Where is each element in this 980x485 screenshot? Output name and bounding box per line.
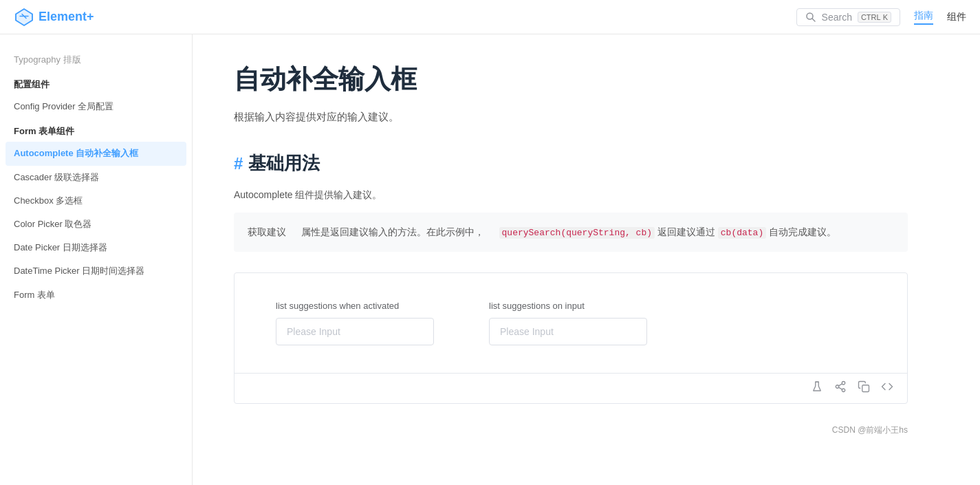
demo-box: list suggestions when activated list sug… xyxy=(234,272,908,404)
nav-guide-link[interactable]: 指南 xyxy=(914,10,933,25)
layout: Typography 排版 配置组件 Config Provider 全局配置 … xyxy=(0,34,980,485)
sidebar-item-autocomplete[interactable]: Autocomplete 自动补全输入框 xyxy=(6,142,186,165)
svg-line-7 xyxy=(838,384,842,386)
description-block: 获取建议 属性是返回建议输入的方法。在此示例中， querySearch(que… xyxy=(234,213,908,252)
logo[interactable]: Element+ xyxy=(14,7,94,28)
sidebar-item-typography[interactable]: Typography 排版 xyxy=(0,48,192,72)
svg-rect-8 xyxy=(862,385,869,392)
flask-icon[interactable] xyxy=(811,380,823,396)
page-desc: 根据输入内容提供对应的输入建议。 xyxy=(234,111,908,124)
page-title: 自动补全输入框 xyxy=(234,62,908,97)
main-content: 自动补全输入框 根据输入内容提供对应的输入建议。 # 基础用法 Autocomp… xyxy=(193,34,949,485)
sidebar-item-config-provider[interactable]: Config Provider 全局配置 xyxy=(0,95,192,118)
footer-note: CSDN @前端小王hs xyxy=(234,418,908,436)
sidebar-section-form: Form 表单组件 xyxy=(0,118,192,142)
sidebar-item-datetime-picker[interactable]: DateTime Picker 日期时间选择器 xyxy=(0,259,192,283)
logo-text: Element+ xyxy=(39,10,94,24)
sidebar-item-cascader[interactable]: Cascader 级联选择器 xyxy=(0,166,192,189)
demo-item-1: list suggestions when activated xyxy=(276,301,434,345)
demo-content: list suggestions when activated list sug… xyxy=(235,273,907,373)
section-basic-heading: # 基础用法 xyxy=(234,151,908,175)
search-icon xyxy=(805,12,816,23)
section-basic-desc1: Autocomplete 组件提供输入建议。 xyxy=(234,189,908,202)
sidebar-item-checkbox[interactable]: Checkbox 多选框 xyxy=(0,189,192,213)
autocomplete-input-2[interactable] xyxy=(489,318,647,345)
demo-label-1: list suggestions when activated xyxy=(276,301,434,311)
demo-toolbar xyxy=(235,373,907,403)
sidebar: Typography 排版 配置组件 Config Provider 全局配置 … xyxy=(0,34,193,485)
hash-icon: # xyxy=(234,154,243,173)
keyboard-shortcut: CTRL K xyxy=(858,12,891,23)
demo-label-2: list suggestions on input xyxy=(489,301,647,311)
copy-icon[interactable] xyxy=(858,380,870,396)
svg-line-1 xyxy=(812,19,815,21)
svg-line-6 xyxy=(838,388,842,390)
nav-component-link[interactable]: 组件 xyxy=(947,11,966,23)
section-basic-title: 基础用法 xyxy=(248,151,320,175)
search-button[interactable]: Search CTRL K xyxy=(796,8,900,26)
autocomplete-input-1[interactable] xyxy=(276,318,434,345)
sidebar-item-color-picker[interactable]: Color Picker 取色器 xyxy=(0,213,192,236)
search-label: Search xyxy=(822,12,852,23)
header: Element+ Search CTRL K 指南 组件 xyxy=(0,0,980,34)
demo-item-2: list suggestions on input xyxy=(489,301,647,345)
logo-icon xyxy=(14,7,34,28)
header-right: Search CTRL K 指南 组件 xyxy=(796,8,966,26)
sidebar-section-config: 配置组件 xyxy=(0,72,192,95)
sidebar-item-form[interactable]: Form 表单 xyxy=(0,283,192,307)
code-icon[interactable] xyxy=(881,380,893,396)
share-icon[interactable] xyxy=(834,380,847,396)
sidebar-item-date-picker[interactable]: Date Picker 日期选择器 xyxy=(0,236,192,259)
